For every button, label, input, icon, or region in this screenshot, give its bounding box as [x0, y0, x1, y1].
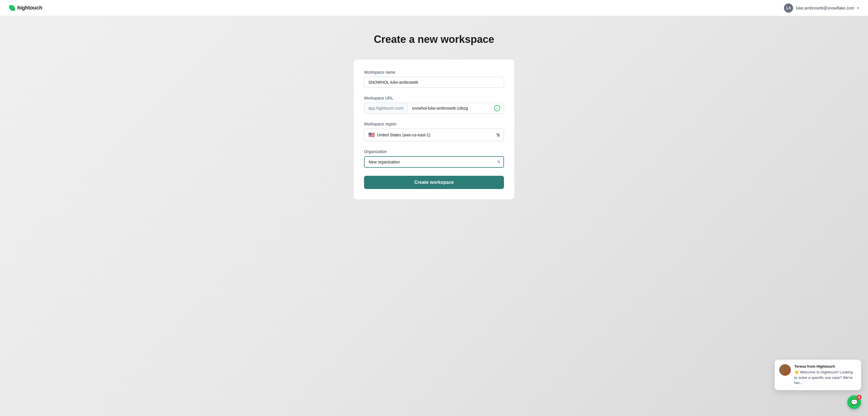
header: hightouch LA luke.ambrosetti@snowflake.c… — [0, 0, 868, 16]
us-flag-icon: 🇺🇸 — [368, 132, 375, 138]
chat-message: 👋 Welcome to Hightouch! Looking to solve… — [794, 370, 857, 385]
organization-select-wrapper: New organization — [364, 156, 504, 168]
workspace-name-input[interactable] — [364, 77, 504, 88]
select-arrows-icon: ⇅ — [496, 132, 500, 138]
logo-icon — [9, 5, 15, 11]
workspace-url-group: Workspace URL app.hightouch.com/ ✓ — [364, 96, 504, 114]
user-menu[interactable]: LA luke.ambrosetti@snowflake.com ▾ — [784, 3, 859, 13]
chat-avatar-image — [779, 364, 791, 376]
avatar: LA — [784, 3, 793, 13]
workspace-region-group: Workspace region 🇺🇸 United States (aws-u… — [364, 122, 504, 141]
organization-group: Organization New organization — [364, 149, 504, 168]
workspace-name-label: Workspace name — [364, 70, 504, 74]
workspace-url-input[interactable] — [408, 103, 491, 113]
user-email: luke.ambrosetti@snowflake.com — [796, 6, 854, 10]
create-workspace-button[interactable]: Create workspace — [364, 176, 504, 189]
chat-popup: Teresa from Hightouch 👋 Welcome to Hight… — [775, 359, 861, 390]
chat-sender: Teresa from Hightouch — [794, 364, 857, 369]
workspace-url-label: Workspace URL — [364, 96, 504, 100]
main-content: Create a new workspace Workspace name Wo… — [0, 16, 868, 217]
logo[interactable]: hightouch — [9, 5, 42, 11]
logo-text: hightouch — [17, 5, 42, 11]
workspace-region-label: Workspace region — [364, 122, 504, 126]
url-field-group: app.hightouch.com/ ✓ — [364, 103, 504, 114]
workspace-name-group: Workspace name — [364, 70, 504, 88]
chat-badge: 4 — [857, 395, 862, 400]
url-prefix: app.hightouch.com/ — [364, 103, 408, 113]
page-title: Create a new workspace — [374, 33, 494, 45]
chevron-down-icon: ▾ — [857, 6, 859, 10]
region-select[interactable]: 🇺🇸 United States (aws-us-east-1) ⇅ — [364, 129, 504, 141]
chat-button[interactable]: 💬 4 — [847, 395, 861, 409]
region-value: United States (aws-us-east-1) — [377, 133, 430, 137]
chat-avatar — [779, 364, 791, 376]
chat-content: Teresa from Hightouch 👋 Welcome to Hight… — [794, 364, 857, 385]
url-valid-icon: ✓ — [491, 103, 504, 113]
region-select-wrapper: 🇺🇸 United States (aws-us-east-1) ⇅ — [364, 129, 504, 141]
organization-select[interactable]: New organization — [364, 156, 504, 168]
form-card: Workspace name Workspace URL app.hightou… — [353, 59, 515, 200]
chat-icon: 💬 — [851, 399, 858, 406]
organization-label: Organization — [364, 149, 504, 154]
